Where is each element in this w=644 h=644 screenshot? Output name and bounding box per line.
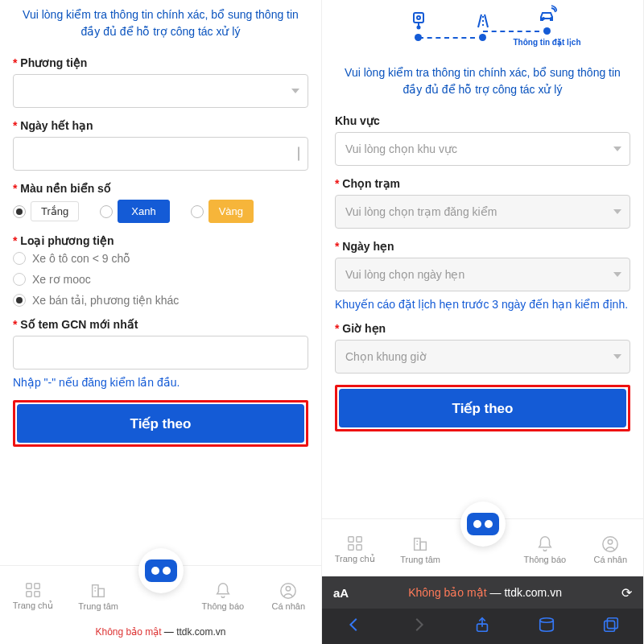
- calendar-icon: [298, 147, 299, 160]
- placeholder-text: Vui lòng chọn khu vực: [345, 142, 457, 155]
- input-expiry-date[interactable]: [13, 137, 308, 171]
- label-area: Khu vực: [335, 114, 630, 127]
- plate-tag-blue: Xanh: [118, 200, 169, 223]
- svg-point-18: [551, 18, 552, 19]
- building-icon: [411, 535, 429, 553]
- nav-main-action[interactable]: [460, 502, 506, 547]
- nav-label: Thông báo: [524, 555, 567, 564]
- bookmarks-button[interactable]: [538, 616, 555, 637]
- nav-label: Cá nhân: [271, 601, 305, 611]
- instruction-text: Vui lòng kiểm tra thông tin chính xác, b…: [13, 0, 308, 56]
- next-button[interactable]: Tiếp theo: [17, 404, 304, 443]
- reload-icon[interactable]: ⟳: [621, 585, 632, 601]
- security-warning: Không bảo mật: [95, 626, 161, 638]
- step-label: Thông tin đặt lịch: [514, 38, 581, 47]
- nav-notify[interactable]: Thông báo: [519, 535, 571, 564]
- label-expiry: Ngày hết hạn: [13, 119, 308, 132]
- nav-label: Trang chủ: [335, 554, 375, 564]
- domain-text: ttdk.com.vn: [504, 586, 562, 599]
- nav-home[interactable]: Trang chủ: [329, 535, 381, 564]
- svg-rect-20: [357, 537, 361, 542]
- safari-toolbar: [322, 609, 643, 644]
- next-button[interactable]: Tiếp theo: [339, 389, 626, 427]
- back-button[interactable]: [345, 616, 363, 637]
- plate-color-yellow[interactable]: Vàng: [191, 200, 254, 223]
- nav-center[interactable]: Trung tâm: [394, 535, 446, 564]
- chevron-down-icon: [613, 272, 621, 277]
- svg-rect-10: [414, 13, 423, 23]
- svg-point-28: [609, 539, 613, 544]
- nav-main-action[interactable]: [138, 548, 184, 593]
- form-content-right: Thông tin đặt lịch Vui lòng kiểm tra thô…: [322, 0, 643, 518]
- field-stamp-number: Số tem GCN mới nhất Nhập "-" nếu đăng ki…: [13, 318, 308, 389]
- highlight-ring: Tiếp theo: [13, 400, 308, 447]
- text-size-button[interactable]: aA: [333, 586, 349, 600]
- select-date[interactable]: Vui lòng chọn ngày hẹn: [335, 258, 630, 291]
- label-date: Ngày hẹn: [335, 240, 630, 253]
- nav-label: Trung tâm: [78, 601, 118, 611]
- plate-tag-white: Trắng: [31, 201, 79, 221]
- vehicle-type-label: Xe ô tô con < 9 chỗ: [32, 252, 130, 265]
- nav-profile[interactable]: Cá nhân: [262, 582, 314, 611]
- select-area[interactable]: Vui lòng chọn khu vực: [335, 132, 630, 166]
- plate-color-white[interactable]: Trắng: [13, 201, 79, 221]
- svg-rect-30: [607, 618, 617, 629]
- tabs-button[interactable]: [602, 616, 620, 637]
- nav-profile[interactable]: Cá nhân: [584, 535, 636, 564]
- svg-rect-31: [605, 621, 615, 631]
- label-vehicle-type: Loại phương tiện: [13, 234, 308, 247]
- url-display[interactable]: Không bảo mật — ttdk.com.vn: [361, 586, 609, 599]
- radio-icon: [13, 252, 26, 265]
- plate-color-options: Trắng Xanh Vàng: [13, 200, 308, 223]
- vehicle-type-label: Xe rơ mooc: [32, 273, 91, 286]
- plate-tag-yellow: Vàng: [208, 200, 254, 223]
- bottom-nav: Trang chủ Trung tâm Thông báo Cá nhân: [322, 518, 643, 576]
- select-vehicle[interactable]: [13, 74, 308, 108]
- chevron-down-icon: [613, 354, 621, 359]
- car-wifi-icon: [536, 3, 559, 26]
- step-2: [451, 10, 515, 41]
- vehicle-type-other[interactable]: Xe bán tải, phương tiện khác: [13, 294, 308, 307]
- svg-rect-2: [26, 592, 31, 597]
- bell-icon: [536, 535, 554, 553]
- field-plate-color: Màu nền biển số Trắng Xanh Vàng: [13, 182, 308, 223]
- placeholder-text: Vui lòng chọn ngày hẹn: [345, 268, 464, 281]
- chevron-down-icon: [613, 209, 621, 214]
- safari-address-bar[interactable]: aA Không bảo mật — ttdk.com.vn ⟳: [322, 576, 643, 609]
- goggles-icon: [145, 559, 177, 582]
- field-vehicle: Phương tiện: [13, 56, 308, 108]
- date-hint: Khuyến cáo đặt lịch hẹn trước 3 ngày đến…: [335, 298, 630, 311]
- input-stamp-number[interactable]: [13, 336, 308, 369]
- instruction-text: Vui lòng kiểm tra thông tin chính xác, b…: [335, 48, 630, 114]
- nav-notify[interactable]: Thông báo: [197, 582, 249, 611]
- svg-point-11: [417, 16, 420, 19]
- plate-color-blue[interactable]: Xanh: [100, 200, 169, 223]
- svg-point-9: [287, 586, 291, 591]
- progress-stepper: Thông tin đặt lịch: [335, 0, 630, 48]
- svg-rect-22: [357, 545, 361, 550]
- select-time[interactable]: Chọn khung giờ: [335, 340, 630, 374]
- screen-vehicle-info: Vui lòng kiểm tra thông tin chính xác, b…: [0, 0, 322, 644]
- vehicle-type-car[interactable]: Xe ô tô con < 9 chỗ: [13, 252, 308, 265]
- nav-home[interactable]: Trang chủ: [7, 581, 59, 611]
- radio-icon: [100, 205, 113, 218]
- forward-button[interactable]: [410, 616, 427, 637]
- svg-rect-1: [35, 584, 39, 588]
- stamp-hint: Nhập "-" nếu đăng kiểm lần đầu.: [13, 376, 308, 389]
- chevron-down-icon: [613, 147, 621, 151]
- share-button[interactable]: [473, 616, 491, 637]
- screen-booking-info: Thông tin đặt lịch Vui lòng kiểm tra thô…: [322, 0, 644, 644]
- field-area: Khu vực Vui lòng chọn khu vực: [335, 114, 630, 166]
- label-station: Chọn trạm: [335, 177, 630, 190]
- security-warning: Không bảo mật: [408, 586, 486, 599]
- svg-rect-24: [420, 542, 426, 550]
- nav-center[interactable]: Trung tâm: [72, 582, 124, 611]
- radio-icon: [13, 205, 26, 218]
- grid-icon: [24, 581, 42, 599]
- nav-label: Cá nhân: [593, 555, 627, 564]
- nav-label: Trang chủ: [13, 601, 53, 611]
- radio-icon: [13, 273, 26, 286]
- placeholder-text: Chọn khung giờ: [345, 350, 427, 363]
- select-station[interactable]: Vui lòng chọn trạm đăng kiểm: [335, 195, 630, 229]
- vehicle-type-trailer[interactable]: Xe rơ mooc: [13, 273, 308, 286]
